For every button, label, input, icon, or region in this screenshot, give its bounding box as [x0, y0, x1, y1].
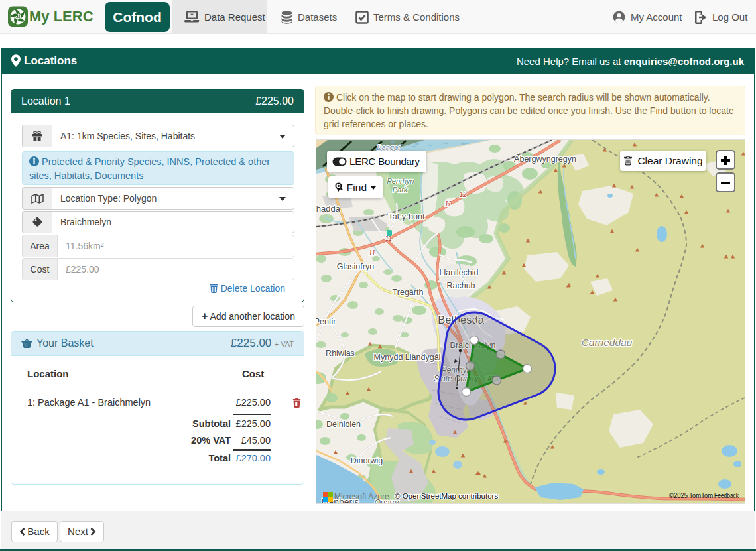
svg-text:11: 11 — [369, 249, 375, 257]
svg-text:hadda: hadda — [316, 204, 341, 214]
svg-text:Dinorwig: Dinorwig — [351, 456, 383, 465]
svg-text:Tregarth: Tregarth — [393, 288, 424, 297]
svg-text:Deiniolen: Deiniolen — [326, 420, 361, 429]
svg-text:Carneddau: Carneddau — [582, 337, 633, 348]
svg-text:Rachub: Rachub — [446, 281, 475, 290]
svg-text:12: 12 — [444, 200, 452, 208]
svg-text:Glasinfryn: Glasinfryn — [337, 262, 374, 271]
svg-text:Park: Park — [393, 186, 408, 194]
svg-text:Rhiwlas: Rhiwlas — [326, 349, 355, 358]
svg-text:Pentir: Pentir — [316, 317, 336, 326]
svg-text:Mynydd Llandygái: Mynydd Llandygái — [374, 353, 441, 362]
svg-text:Penrhyn: Penrhyn — [387, 177, 414, 185]
svg-text:Llanllechid: Llanllechid — [439, 268, 478, 277]
svg-text:Abergwyngregyn: Abergwyngregyn — [514, 154, 576, 164]
svg-text:Tal-y-bont: Tal-y-bont — [389, 212, 425, 221]
svg-text:Microsoft Azure: Microsoft Azure — [334, 492, 389, 501]
svg-text:©2025 TomTom: ©2025 TomTom — [669, 491, 713, 499]
svg-text:© OpenStreetMap contributors: © OpenStreetMap contributors — [395, 492, 498, 500]
svg-text:12: 12 — [459, 191, 467, 198]
svg-text:Feedback: Feedback — [714, 491, 739, 499]
